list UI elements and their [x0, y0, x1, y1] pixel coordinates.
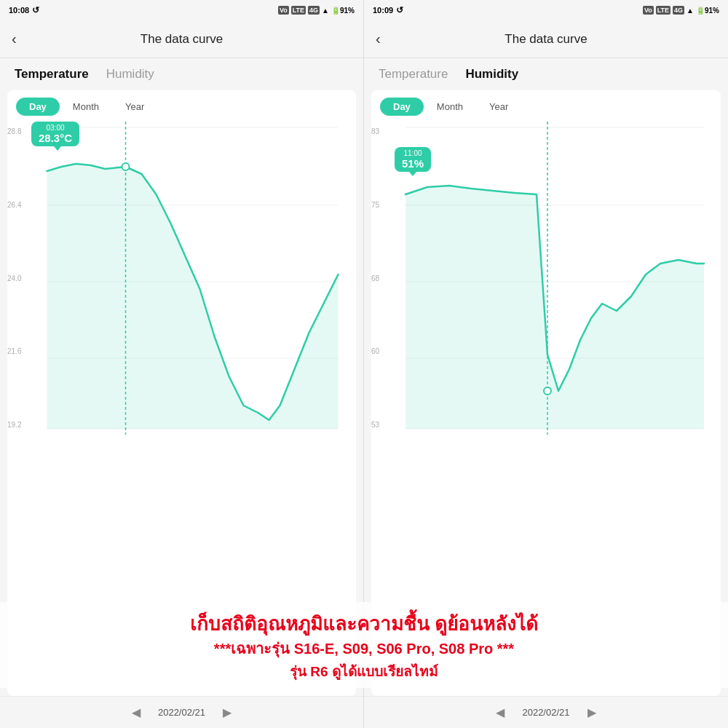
tooltip-dot-right: [544, 387, 551, 395]
y-label-5-left: 19.2: [7, 421, 21, 429]
chart-svg-right: [395, 122, 715, 435]
y-label-2-left: 26.4: [7, 201, 21, 209]
tooltip-time-right: 11:00: [402, 149, 424, 157]
current-date-left: 2022/02/21: [158, 707, 205, 718]
tab-temperature-left[interactable]: Temperature: [15, 67, 89, 82]
nav-title-right: The data curve: [505, 32, 587, 47]
current-date-right: 2022/02/21: [522, 707, 569, 718]
chart-container-right: Day Month Year 83 75 68 60 53: [371, 90, 721, 696]
prev-date-left[interactable]: ◀: [132, 705, 141, 719]
y-label-4-left: 21.6: [7, 347, 21, 355]
signal-bars-left: ▲: [322, 7, 329, 15]
time-left: 10:08: [9, 6, 29, 15]
time-tab-year-right[interactable]: Year: [476, 98, 521, 116]
time-tab-day-left[interactable]: Day: [16, 98, 60, 116]
chart-area-left: [47, 164, 339, 429]
lte-left: LTE: [291, 6, 306, 15]
y-label-3-left: 24.0: [7, 274, 21, 282]
tab-humidity-left[interactable]: Humidity: [106, 67, 154, 82]
nav-title-left: The data curve: [141, 32, 223, 47]
volte-right: Vo: [643, 6, 654, 15]
prev-date-right[interactable]: ◀: [496, 705, 505, 719]
status-time-left: 10:08 ↺: [9, 5, 39, 15]
nav-bar-right: ‹ The data curve: [364, 20, 728, 58]
next-date-right[interactable]: ▶: [587, 705, 596, 719]
time-tab-month-right[interactable]: Month: [424, 98, 476, 116]
status-time-right: 10:09 ↺: [373, 5, 403, 15]
back-button-right[interactable]: ‹: [376, 31, 381, 47]
screen-container: 10:08 ↺ Vo LTE 4G ▲ 🔋91% ‹ The data curv…: [0, 0, 728, 728]
lte-right: LTE: [656, 6, 670, 15]
tab-humidity-right[interactable]: Humidity: [465, 67, 518, 82]
time-tab-month-left[interactable]: Month: [60, 98, 112, 116]
left-panel: 10:08 ↺ Vo LTE 4G ▲ 🔋91% ‹ The data curv…: [0, 0, 364, 728]
next-date-left[interactable]: ▶: [223, 705, 232, 719]
data-tabs-left: Temperature Humidity: [0, 58, 363, 90]
tooltip-value-right: 51%: [402, 157, 424, 170]
volte-left: Vo: [278, 6, 289, 15]
chart-svg-left: [35, 122, 350, 435]
tooltip-dot-left: [122, 163, 130, 170]
battery-right: 🔋91%: [696, 7, 719, 15]
back-button-left[interactable]: ‹: [12, 31, 17, 47]
time-tab-day-right[interactable]: Day: [380, 98, 424, 116]
status-bar-left: 10:08 ↺ Vo LTE 4G ▲ 🔋91%: [0, 0, 363, 20]
status-bar-right: 10:09 ↺ Vo LTE 4G ▲ 🔋91%: [364, 0, 728, 20]
right-panel: 10:09 ↺ Vo LTE 4G ▲ 🔋91% ‹ The data curv…: [364, 0, 728, 728]
time-tabs-left: Day Month Year: [7, 98, 350, 116]
y-label-3-right: 68: [371, 274, 379, 282]
signal-icon-right: ↺: [396, 5, 403, 15]
date-nav-left: ◀ 2022/02/21 ▶: [0, 696, 363, 728]
time-tab-year-left[interactable]: Year: [112, 98, 157, 116]
time-right: 10:09: [373, 6, 393, 15]
status-icons-right: Vo LTE 4G ▲ 🔋91%: [643, 6, 719, 15]
signal-bars-right: ▲: [687, 7, 694, 15]
chart-container-left: Day Month Year 28.8 26.4 24.0 21.6 19.2: [7, 90, 356, 696]
data-tabs-right: Temperature Humidity: [364, 58, 728, 90]
tooltip-time-left: 03:00: [39, 124, 72, 132]
y-label-1-right: 83: [371, 127, 379, 135]
signal-icon-left: ↺: [32, 5, 39, 15]
time-tabs-right: Day Month Year: [371, 98, 715, 116]
chart-area-right: [405, 186, 704, 429]
tooltip-value-left: 28.3°C: [39, 132, 72, 144]
status-icons-left: Vo LTE 4G ▲ 🔋91%: [278, 6, 355, 15]
nav-bar-left: ‹ The data curve: [0, 20, 363, 58]
y-label-2-right: 75: [371, 201, 379, 209]
battery-left: 🔋91%: [331, 7, 355, 15]
y-label-1-left: 28.8: [7, 127, 21, 135]
tab-temperature-right[interactable]: Temperature: [379, 67, 448, 82]
date-nav-right: ◀ 2022/02/21 ▶: [364, 696, 728, 728]
tooltip-container-right: 11:00 51%: [395, 147, 431, 176]
tooltip-container-left: 03:00 28.3°C: [35, 122, 79, 151]
network-left: 4G: [308, 6, 320, 15]
network-right: 4G: [673, 6, 684, 15]
y-label-4-right: 60: [371, 347, 379, 355]
y-label-5-right: 53: [371, 421, 379, 429]
